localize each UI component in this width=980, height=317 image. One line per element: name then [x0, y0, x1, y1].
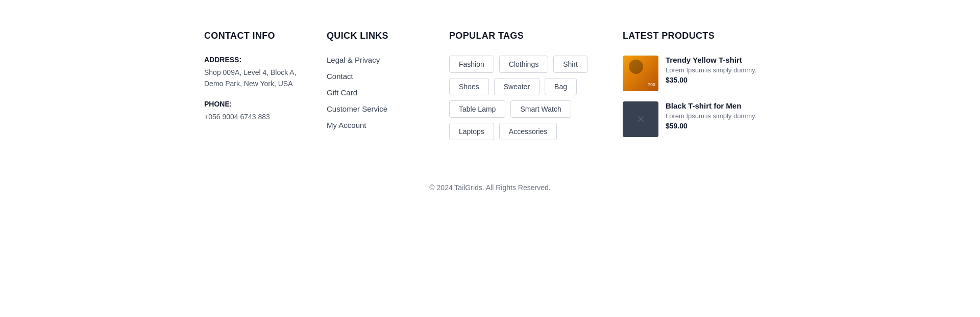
quick-link[interactable]: Gift Card: [327, 88, 357, 97]
quick-link[interactable]: My Account: [327, 121, 366, 129]
quick-link[interactable]: Customer Service: [327, 104, 387, 113]
product-image: [623, 101, 658, 137]
product-image: [623, 56, 658, 91]
product-item[interactable]: Black T-shirt for MenLorem Ipsum is simp…: [623, 101, 776, 137]
contact-info-title: CONTACT INFO: [204, 31, 306, 41]
product-description: Lorem Ipsum is simply dummy.: [666, 66, 756, 74]
tag-item[interactable]: Sweater: [494, 78, 540, 95]
latest-products-title: LATEST PRODUCTS: [623, 31, 776, 41]
quick-link[interactable]: Legal & Privacy: [327, 56, 380, 64]
tag-item[interactable]: Accessories: [499, 123, 557, 140]
tags-grid: FashionClothingsShirtShoesSweaterBagTabl…: [449, 56, 602, 140]
tag-item[interactable]: Bag: [545, 78, 577, 95]
product-info: Black T-shirt for MenLorem Ipsum is simp…: [666, 101, 756, 130]
tag-item[interactable]: Laptops: [449, 123, 494, 140]
quick-link-item: My Account: [327, 121, 429, 130]
tag-item[interactable]: Clothings: [499, 56, 548, 73]
product-name: Black T-shirt for Men: [666, 101, 756, 110]
product-info: Trendy Yellow T-shirtLorem Ipsum is simp…: [666, 56, 756, 84]
tag-item[interactable]: Shoes: [449, 78, 489, 95]
tag-item[interactable]: Table Lamp: [449, 100, 505, 118]
tag-item[interactable]: Shirt: [553, 56, 587, 73]
latest-products-column: LATEST PRODUCTS Trendy Yellow T-shirtLor…: [623, 31, 776, 140]
tag-item[interactable]: Smart Watch: [510, 100, 571, 118]
product-price: $59.00: [666, 122, 756, 130]
copyright-text: © 2024 TailGrids. All Rights Reserved.: [20, 183, 960, 192]
popular-tags-title: POPULAR TAGS: [449, 31, 602, 41]
quick-links-list: Legal & PrivacyContactGift CardCustomer …: [327, 56, 429, 130]
quick-link-item: Gift Card: [327, 88, 429, 97]
popular-tags-column: POPULAR TAGS FashionClothingsShirtShoesS…: [449, 31, 602, 140]
quick-links-column: QUICK LINKS Legal & PrivacyContactGift C…: [327, 31, 429, 140]
product-name: Trendy Yellow T-shirt: [666, 56, 756, 64]
quick-link-item: Legal & Privacy: [327, 56, 429, 65]
contact-info-column: CONTACT INFO ADDRESS: Shop 009A, Level 4…: [204, 31, 306, 140]
address-value: Shop 009A, Level 4, Block A, Demo Park, …: [204, 67, 306, 90]
tag-item[interactable]: Fashion: [449, 56, 494, 73]
product-price: $35.00: [666, 76, 756, 84]
quick-link[interactable]: Contact: [327, 72, 353, 81]
product-item[interactable]: Trendy Yellow T-shirtLorem Ipsum is simp…: [623, 56, 776, 91]
quick-link-item: Contact: [327, 72, 429, 81]
quick-link-item: Customer Service: [327, 104, 429, 114]
phone-value: +056 9004 6743 883: [204, 111, 306, 122]
footer-main-section: CONTACT INFO ADDRESS: Shop 009A, Level 4…: [184, 0, 796, 171]
phone-label: PHONE:: [204, 100, 306, 108]
product-description: Lorem Ipsum is simply dummy.: [666, 112, 756, 120]
footer-bottom: © 2024 TailGrids. All Rights Reserved.: [0, 171, 980, 204]
products-list: Trendy Yellow T-shirtLorem Ipsum is simp…: [623, 56, 776, 137]
quick-links-title: QUICK LINKS: [327, 31, 429, 41]
address-label: ADDRESS:: [204, 56, 306, 64]
